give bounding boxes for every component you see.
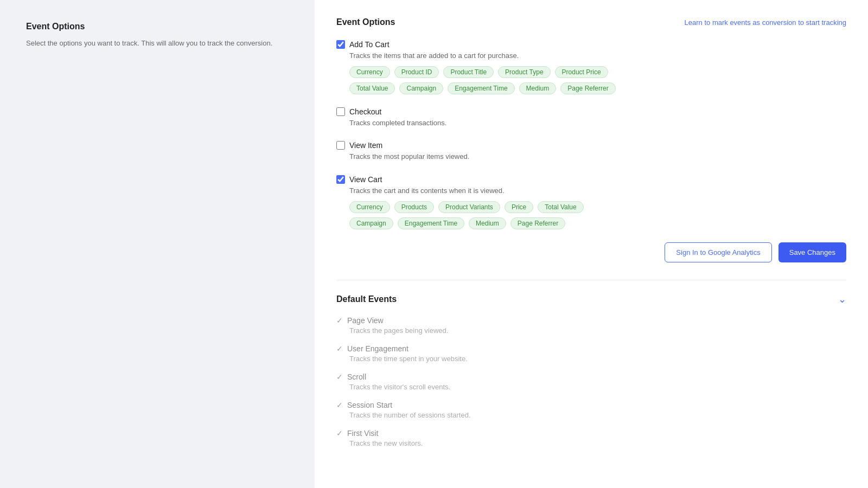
tag-price: Price <box>505 201 533 213</box>
right-panel: Event Options Learn to mark events as co… <box>315 0 868 488</box>
left-panel: Event Options Select the options you wan… <box>0 0 315 488</box>
default-event-label-row: ✓User Engagement <box>336 344 846 353</box>
default-event-desc: Tracks the pages being viewed. <box>349 326 846 335</box>
tag-product-id: Product ID <box>394 66 439 78</box>
event-options-title: Event Options <box>336 17 395 27</box>
tag-total-value: Total Value <box>538 201 583 213</box>
default-event-desc: Tracks the time spent in your website. <box>349 355 846 363</box>
event-desc-checkout: Tracks completed transactions. <box>349 118 846 128</box>
tag-medium: Medium <box>519 82 557 94</box>
event-name-checkout: Checkout <box>349 107 381 116</box>
event-item-view-cart: View CartTracks the cart and its content… <box>336 175 846 229</box>
default-event-name: Page View <box>347 316 384 325</box>
default-event-label-row: ✓Scroll <box>336 373 846 381</box>
tag-page-referrer: Page Referrer <box>560 82 615 94</box>
tag-product-price: Product Price <box>555 66 608 78</box>
default-event-name: First Visit <box>347 429 378 438</box>
default-events-section: Default Events ⌄ ✓Page ViewTracks the pa… <box>336 280 846 447</box>
default-event-label-row: ✓Session Start <box>336 401 846 409</box>
default-event-label-row: ✓First Visit <box>336 429 846 438</box>
default-event-desc: Tracks the new visitors. <box>349 439 846 447</box>
default-event-item: ✓User EngagementTracks the time spent in… <box>336 344 846 363</box>
tag-product-type: Product Type <box>498 66 551 78</box>
learn-link[interactable]: Learn to mark events as conversion to st… <box>685 18 846 27</box>
tag-engagement-time: Engagement Time <box>398 217 464 229</box>
event-desc-view-item: Tracks the most popular items viewed. <box>349 152 846 162</box>
default-event-desc: Tracks the visitor's scroll events. <box>349 383 846 391</box>
event-item-checkout: CheckoutTracks completed transactions. <box>336 107 846 128</box>
event-checkbox-view-cart[interactable] <box>336 175 345 184</box>
default-event-label-row: ✓Page View <box>336 316 846 325</box>
event-checkbox-checkout[interactable] <box>336 107 345 116</box>
left-description: Select the options you want to track. Th… <box>26 38 289 49</box>
default-event-item: ✓Page ViewTracks the pages being viewed. <box>336 316 846 335</box>
check-icon: ✓ <box>336 429 343 438</box>
tags-row-1-add-to-cart: CurrencyProduct IDProduct TitleProduct T… <box>349 66 846 78</box>
default-event-desc: Tracks the number of sessions started. <box>349 411 846 419</box>
tag-page-referrer: Page Referrer <box>510 217 565 229</box>
default-event-item: ✓First VisitTracks the new visitors. <box>336 429 846 447</box>
left-title: Event Options <box>26 22 289 31</box>
tag-campaign: Campaign <box>349 217 393 229</box>
default-event-name: User Engagement <box>347 344 409 353</box>
tag-product-title: Product Title <box>443 66 494 78</box>
default-event-name: Session Start <box>347 401 392 409</box>
tag-campaign: Campaign <box>399 82 443 94</box>
tags-row-2-add-to-cart: Total ValueCampaignEngagement TimeMedium… <box>349 82 846 94</box>
check-icon: ✓ <box>336 344 343 353</box>
tag-medium: Medium <box>469 217 506 229</box>
event-desc-add-to-cart: Tracks the items that are added to a car… <box>349 51 846 61</box>
check-icon: ✓ <box>336 373 343 381</box>
tag-engagement-time: Engagement Time <box>448 82 514 94</box>
tag-total-value: Total Value <box>349 82 395 94</box>
event-name-add-to-cart: Add To Cart <box>349 40 390 49</box>
tag-currency: Currency <box>349 66 390 78</box>
default-event-name: Scroll <box>347 373 366 381</box>
default-events-header: Default Events ⌄ <box>336 293 846 305</box>
event-name-view-item: View Item <box>349 141 382 150</box>
event-item-add-to-cart: Add To CartTracks the items that are add… <box>336 40 846 94</box>
default-events-list: ✓Page ViewTracks the pages being viewed.… <box>336 316 846 447</box>
event-desc-view-cart: Tracks the cart and its contents when it… <box>349 186 846 196</box>
tags-row-2-view-cart: CampaignEngagement TimeMediumPage Referr… <box>349 217 846 229</box>
event-label-row-checkout: Checkout <box>336 107 846 116</box>
action-row: Sign In to Google Analytics Save Changes <box>336 242 846 262</box>
save-changes-button[interactable]: Save Changes <box>778 242 846 262</box>
event-checkbox-add-to-cart[interactable] <box>336 40 345 49</box>
tags-row-1-view-cart: CurrencyProductsProduct VariantsPriceTot… <box>349 201 846 213</box>
chevron-down-icon[interactable]: ⌄ <box>838 293 846 305</box>
event-item-view-item: View ItemTracks the most popular items v… <box>336 141 846 162</box>
tag-product-variants: Product Variants <box>438 201 500 213</box>
event-options-header: Event Options Learn to mark events as co… <box>336 17 846 27</box>
event-label-row-add-to-cart: Add To Cart <box>336 40 846 49</box>
event-name-view-cart: View Cart <box>349 175 382 184</box>
event-label-row-view-item: View Item <box>336 141 846 150</box>
default-event-item: ✓ScrollTracks the visitor's scroll event… <box>336 373 846 391</box>
tag-products: Products <box>394 201 434 213</box>
default-events-title: Default Events <box>336 294 397 304</box>
tag-currency: Currency <box>349 201 390 213</box>
check-icon: ✓ <box>336 401 343 409</box>
event-label-row-view-cart: View Cart <box>336 175 846 184</box>
events-list: Add To CartTracks the items that are add… <box>336 40 846 229</box>
event-checkbox-view-item[interactable] <box>336 141 345 150</box>
check-icon: ✓ <box>336 316 343 325</box>
sign-in-google-analytics-button[interactable]: Sign In to Google Analytics <box>665 242 771 262</box>
default-event-item: ✓Session StartTracks the number of sessi… <box>336 401 846 419</box>
